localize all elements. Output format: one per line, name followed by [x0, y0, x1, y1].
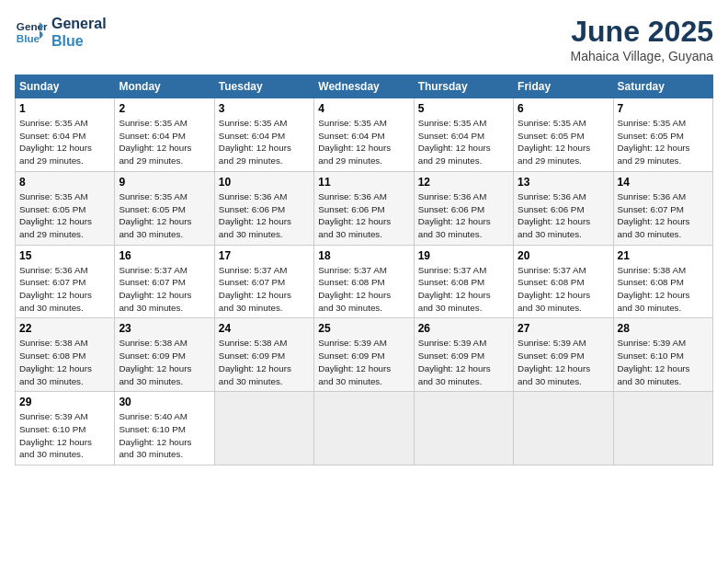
calendar-title: June 2025 [571, 15, 713, 49]
day-info: Sunrise: 5:36 AM Sunset: 6:06 PM Dayligh… [418, 190, 509, 241]
day-info: Sunrise: 5:37 AM Sunset: 6:08 PM Dayligh… [518, 264, 609, 315]
calendar-cell: 18Sunrise: 5:37 AM Sunset: 6:08 PM Dayli… [314, 245, 414, 318]
day-info: Sunrise: 5:35 AM Sunset: 6:05 PM Dayligh… [19, 190, 110, 241]
week-row-5: 29Sunrise: 5:39 AM Sunset: 6:10 PM Dayli… [16, 392, 713, 465]
logo-blue: Blue [51, 32, 107, 50]
day-info: Sunrise: 5:36 AM Sunset: 6:06 PM Dayligh… [518, 190, 609, 241]
day-info: Sunrise: 5:38 AM Sunset: 6:08 PM Dayligh… [19, 337, 110, 387]
day-info: Sunrise: 5:35 AM Sunset: 6:05 PM Dayligh… [119, 190, 210, 241]
calendar-header: SundayMondayTuesdayWednesdayThursdayFrid… [16, 75, 713, 98]
day-info: Sunrise: 5:38 AM Sunset: 6:09 PM Dayligh… [119, 337, 210, 387]
day-info: Sunrise: 5:35 AM Sunset: 6:05 PM Dayligh… [618, 117, 709, 167]
day-number: 16 [119, 249, 210, 262]
day-info: Sunrise: 5:35 AM Sunset: 6:04 PM Dayligh… [418, 117, 509, 167]
day-number: 9 [119, 176, 210, 189]
calendar-cell: 5Sunrise: 5:35 AM Sunset: 6:04 PM Daylig… [414, 98, 513, 172]
calendar-cell: 9Sunrise: 5:35 AM Sunset: 6:05 PM Daylig… [115, 171, 214, 245]
day-info: Sunrise: 5:39 AM Sunset: 6:09 PM Dayligh… [518, 337, 609, 387]
day-info: Sunrise: 5:37 AM Sunset: 6:07 PM Dayligh… [119, 264, 210, 315]
day-info: Sunrise: 5:37 AM Sunset: 6:08 PM Dayligh… [418, 264, 509, 315]
title-area: June 2025 Mahaica Village, Guyana [571, 15, 713, 63]
calendar-cell: 20Sunrise: 5:37 AM Sunset: 6:08 PM Dayli… [514, 245, 613, 318]
day-number: 21 [618, 249, 709, 262]
day-info: Sunrise: 5:37 AM Sunset: 6:08 PM Dayligh… [318, 264, 409, 315]
weekday-header-thursday: Thursday [414, 75, 513, 98]
calendar-cell: 26Sunrise: 5:39 AM Sunset: 6:09 PM Dayli… [414, 318, 513, 392]
day-info: Sunrise: 5:35 AM Sunset: 6:04 PM Dayligh… [19, 117, 110, 167]
week-row-4: 22Sunrise: 5:38 AM Sunset: 6:08 PM Dayli… [16, 318, 713, 392]
day-info: Sunrise: 5:35 AM Sunset: 6:05 PM Dayligh… [518, 117, 609, 167]
calendar-cell [613, 392, 712, 465]
day-info: Sunrise: 5:39 AM Sunset: 6:09 PM Dayligh… [318, 337, 409, 387]
day-info: Sunrise: 5:35 AM Sunset: 6:04 PM Dayligh… [119, 117, 210, 167]
calendar-cell: 22Sunrise: 5:38 AM Sunset: 6:08 PM Dayli… [16, 318, 115, 392]
calendar-cell: 3Sunrise: 5:35 AM Sunset: 6:04 PM Daylig… [214, 98, 313, 172]
header: General Blue General Blue June 2025 Maha… [15, 15, 713, 63]
weekday-header-tuesday: Tuesday [214, 75, 313, 98]
day-number: 11 [318, 176, 409, 189]
day-number: 7 [618, 102, 709, 115]
calendar-cell: 19Sunrise: 5:37 AM Sunset: 6:08 PM Dayli… [414, 245, 513, 318]
day-info: Sunrise: 5:39 AM Sunset: 6:09 PM Dayligh… [418, 337, 509, 387]
day-info: Sunrise: 5:35 AM Sunset: 6:04 PM Dayligh… [219, 117, 310, 167]
day-number: 15 [19, 249, 110, 262]
svg-text:General: General [17, 20, 48, 32]
weekday-header-monday: Monday [115, 75, 214, 98]
day-number: 1 [19, 102, 110, 115]
calendar-cell: 15Sunrise: 5:36 AM Sunset: 6:07 PM Dayli… [16, 245, 115, 318]
calendar-cell: 23Sunrise: 5:38 AM Sunset: 6:09 PM Dayli… [115, 318, 214, 392]
calendar-cell: 25Sunrise: 5:39 AM Sunset: 6:09 PM Dayli… [314, 318, 414, 392]
calendar-cell: 28Sunrise: 5:39 AM Sunset: 6:10 PM Dayli… [613, 318, 712, 392]
day-number: 13 [518, 176, 609, 189]
day-number: 14 [618, 176, 709, 189]
calendar-cell: 30Sunrise: 5:40 AM Sunset: 6:10 PM Dayli… [115, 392, 214, 465]
day-info: Sunrise: 5:39 AM Sunset: 6:10 PM Dayligh… [19, 410, 110, 461]
calendar-cell: 16Sunrise: 5:37 AM Sunset: 6:07 PM Dayli… [115, 245, 214, 318]
day-number: 12 [418, 176, 509, 189]
day-number: 18 [318, 249, 409, 262]
week-row-2: 8Sunrise: 5:35 AM Sunset: 6:05 PM Daylig… [16, 171, 713, 245]
weekday-header-wednesday: Wednesday [314, 75, 414, 98]
logo: General Blue General Blue [15, 15, 107, 50]
day-number: 25 [318, 322, 409, 335]
calendar-cell: 12Sunrise: 5:36 AM Sunset: 6:06 PM Dayli… [414, 171, 513, 245]
week-row-3: 15Sunrise: 5:36 AM Sunset: 6:07 PM Dayli… [16, 245, 713, 318]
day-number: 3 [219, 102, 310, 115]
day-number: 4 [318, 102, 409, 115]
day-number: 5 [418, 102, 509, 115]
week-row-1: 1Sunrise: 5:35 AM Sunset: 6:04 PM Daylig… [16, 98, 713, 172]
calendar-cell: 24Sunrise: 5:38 AM Sunset: 6:09 PM Dayli… [214, 318, 313, 392]
calendar-cell [514, 392, 613, 465]
day-info: Sunrise: 5:38 AM Sunset: 6:08 PM Dayligh… [618, 264, 709, 315]
day-info: Sunrise: 5:38 AM Sunset: 6:09 PM Dayligh… [219, 337, 310, 387]
day-number: 26 [418, 322, 509, 335]
calendar-cell: 7Sunrise: 5:35 AM Sunset: 6:05 PM Daylig… [613, 98, 712, 172]
calendar-cell: 6Sunrise: 5:35 AM Sunset: 6:05 PM Daylig… [514, 98, 613, 172]
calendar-cell: 2Sunrise: 5:35 AM Sunset: 6:04 PM Daylig… [115, 98, 214, 172]
day-number: 10 [219, 176, 310, 189]
day-number: 17 [219, 249, 310, 262]
day-info: Sunrise: 5:36 AM Sunset: 6:06 PM Dayligh… [219, 190, 310, 241]
day-number: 28 [618, 322, 709, 335]
day-number: 2 [119, 102, 210, 115]
calendar-table: SundayMondayTuesdayWednesdayThursdayFrid… [15, 75, 713, 465]
calendar-cell [214, 392, 313, 465]
day-info: Sunrise: 5:35 AM Sunset: 6:04 PM Dayligh… [318, 117, 409, 167]
calendar-cell [414, 392, 513, 465]
calendar-cell: 21Sunrise: 5:38 AM Sunset: 6:08 PM Dayli… [613, 245, 712, 318]
day-number: 27 [518, 322, 609, 335]
calendar-cell: 1Sunrise: 5:35 AM Sunset: 6:04 PM Daylig… [16, 98, 115, 172]
logo-icon: General Blue [15, 16, 48, 49]
day-number: 30 [119, 396, 210, 408]
day-number: 23 [119, 322, 210, 335]
day-info: Sunrise: 5:39 AM Sunset: 6:10 PM Dayligh… [618, 337, 709, 387]
day-info: Sunrise: 5:36 AM Sunset: 6:06 PM Dayligh… [318, 190, 409, 241]
calendar-cell: 4Sunrise: 5:35 AM Sunset: 6:04 PM Daylig… [314, 98, 414, 172]
logo-general: General [51, 15, 107, 32]
day-number: 24 [219, 322, 310, 335]
day-info: Sunrise: 5:40 AM Sunset: 6:10 PM Dayligh… [119, 410, 210, 461]
calendar-cell: 27Sunrise: 5:39 AM Sunset: 6:09 PM Dayli… [514, 318, 613, 392]
day-info: Sunrise: 5:36 AM Sunset: 6:07 PM Dayligh… [19, 264, 110, 315]
calendar-cell: 13Sunrise: 5:36 AM Sunset: 6:06 PM Dayli… [514, 171, 613, 245]
day-number: 19 [418, 249, 509, 262]
